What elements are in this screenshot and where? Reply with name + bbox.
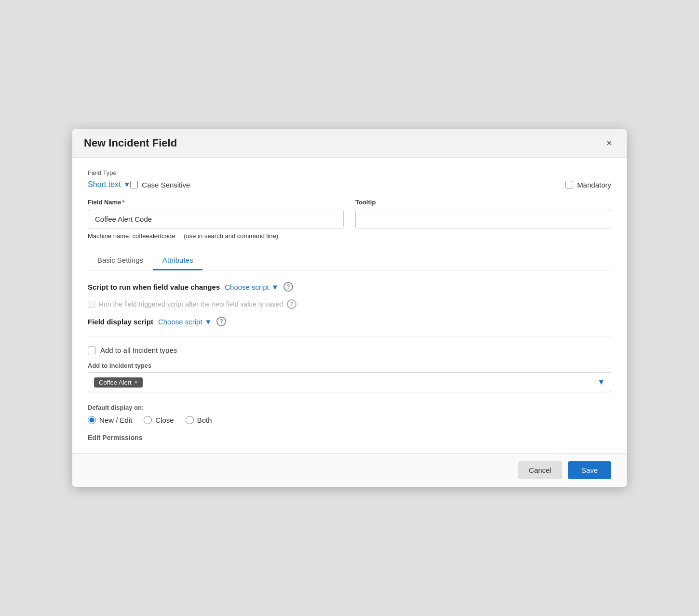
radio-group: New / Edit Close Both <box>88 416 611 424</box>
script-trigger-row: Script to run when field value changes C… <box>88 282 611 292</box>
modal-header: New Incident Field × <box>72 129 627 158</box>
default-display-section: Default display on: New / Edit Close Bot… <box>88 404 611 424</box>
case-sensitive-checkbox[interactable] <box>130 181 138 188</box>
mandatory-checkbox[interactable] <box>565 181 573 188</box>
machine-name-prefix: Machine name: <box>88 232 131 240</box>
mandatory-label[interactable]: Mandatory <box>577 181 611 189</box>
choose-script-display-arrow: ▼ <box>205 318 212 326</box>
run-triggered-row: Run the field triggered script after the… <box>88 299 611 309</box>
modal-title: New Incident Field <box>84 137 177 149</box>
add-to-all-label[interactable]: Add to all Incident types <box>100 346 177 354</box>
choose-script-display-button[interactable]: Choose script ▼ <box>158 318 212 326</box>
field-type-section: Field Type Short text ▼ Case Sensitive M… <box>88 169 611 189</box>
radio-both[interactable]: Both <box>186 416 212 424</box>
choose-script-arrow: ▼ <box>271 283 279 291</box>
save-button[interactable]: Save <box>568 461 611 479</box>
edit-permissions-label: Edit Permissions <box>88 434 611 442</box>
field-name-input[interactable] <box>88 210 344 228</box>
field-type-dropdown-arrow: ▼ <box>123 181 130 188</box>
close-button[interactable]: × <box>603 137 615 149</box>
field-name-label: Field Name* <box>88 199 344 206</box>
field-display-script-help-icon[interactable]: ? <box>216 317 226 326</box>
radio-close-input[interactable] <box>144 416 152 424</box>
radio-close-label: Close <box>155 416 174 424</box>
case-sensitive-label[interactable]: Case Sensitive <box>142 181 190 189</box>
field-name-tooltip-row: Field Name* Tooltip <box>88 199 611 228</box>
modal-body: Field Type Short text ▼ Case Sensitive M… <box>72 158 627 453</box>
radio-new-edit[interactable]: New / Edit <box>88 416 132 424</box>
radio-both-label: Both <box>197 416 212 424</box>
divider-1 <box>88 336 611 336</box>
radio-close[interactable]: Close <box>144 416 174 424</box>
tag-label: Coffee Alert <box>99 379 132 386</box>
field-type-value: Short text <box>88 180 121 189</box>
attributes-section: Script to run when field value changes C… <box>88 282 611 442</box>
radio-new-edit-label: New / Edit <box>99 416 132 424</box>
run-triggered-checkbox[interactable] <box>88 301 95 308</box>
tab-basic-settings[interactable]: Basic Settings <box>88 251 153 270</box>
tooltip-group: Tooltip <box>355 199 611 228</box>
coffee-alert-tag: Coffee Alert × <box>94 377 143 388</box>
run-triggered-label[interactable]: Run the field triggered script after the… <box>99 300 283 308</box>
add-to-types-label: Add to Incident types <box>88 362 611 369</box>
mandatory-option: Mandatory <box>565 181 611 189</box>
tab-attributes[interactable]: Attributes <box>153 251 202 270</box>
incident-types-select[interactable]: Coffee Alert × ▼ <box>88 372 611 392</box>
field-type-label: Field Type <box>88 169 611 176</box>
add-to-all-checkbox[interactable] <box>88 347 95 354</box>
run-triggered-help-icon[interactable]: ? <box>287 299 296 309</box>
radio-both-input[interactable] <box>186 416 194 424</box>
tooltip-label: Tooltip <box>355 199 611 206</box>
machine-name-value: coffeealertcode <box>133 232 175 240</box>
tooltip-input[interactable] <box>355 210 611 228</box>
script-trigger-help-icon[interactable]: ? <box>283 282 293 292</box>
modal-footer: Cancel Save <box>72 453 627 487</box>
modal-dialog: New Incident Field × Field Type Short te… <box>72 129 627 487</box>
incident-types-dropdown-arrow[interactable]: ▼ <box>597 378 605 387</box>
script-trigger-label: Script to run when field value changes <box>88 283 220 291</box>
tags-area: Coffee Alert × <box>94 377 143 388</box>
choose-script-trigger-button[interactable]: Choose script ▼ <box>225 283 279 291</box>
field-type-dropdown[interactable]: Short text ▼ <box>88 180 130 189</box>
top-options-row: Short text ▼ Case Sensitive Mandatory <box>88 180 611 189</box>
tag-remove-button[interactable]: × <box>134 379 138 386</box>
field-display-script-label: Field display script <box>88 318 153 326</box>
field-name-group: Field Name* <box>88 199 344 228</box>
add-to-all-row: Add to all Incident types <box>88 346 611 354</box>
add-to-types-group: Add to Incident types Coffee Alert × ▼ <box>88 362 611 392</box>
cancel-button[interactable]: Cancel <box>518 461 562 479</box>
default-display-label: Default display on: <box>88 404 611 411</box>
machine-name-row: Machine name: coffeealertcode (use in se… <box>88 232 611 240</box>
tabs-row: Basic Settings Attributes <box>88 251 611 270</box>
machine-name-suffix: (use in search and command line) <box>184 232 278 240</box>
case-sensitive-option: Case Sensitive <box>130 181 190 189</box>
required-star: * <box>122 199 124 206</box>
field-display-script-row: Field display script Choose script ▼ ? <box>88 317 611 326</box>
radio-new-edit-input[interactable] <box>88 416 96 424</box>
